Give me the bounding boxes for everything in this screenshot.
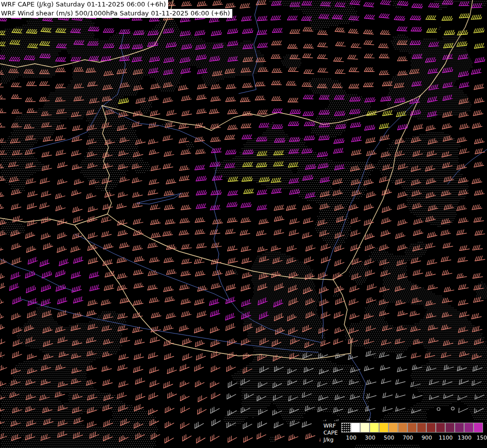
legend-label-line: J/kg bbox=[323, 437, 338, 444]
legend-tick-700: 700 bbox=[403, 435, 413, 441]
legend-swatch-6 bbox=[398, 423, 407, 433]
legend-tick-100: 100 bbox=[346, 435, 357, 441]
legend-swatch-4 bbox=[379, 423, 389, 433]
legend-tick-1100: 1100 bbox=[439, 435, 453, 441]
legend-swatch-1 bbox=[351, 423, 360, 433]
legend-swatch-9 bbox=[426, 423, 436, 433]
legend-swatch-5 bbox=[389, 423, 398, 433]
legend-swatch-11 bbox=[445, 423, 455, 433]
legend-tick-1500: 1500 bbox=[477, 435, 487, 441]
legend-swatch-12 bbox=[455, 423, 464, 433]
legend-swatch-13 bbox=[464, 423, 474, 433]
legend-swatch-14 bbox=[474, 423, 483, 433]
wind-barb-map-canvas bbox=[0, 0, 487, 448]
legend-tick-300: 300 bbox=[365, 435, 376, 441]
legend-tick-900: 900 bbox=[422, 435, 432, 441]
legend-swatch-row bbox=[341, 423, 483, 433]
wrf-weather-map-page: WRF CAPE (J/kg) Saturday 01-11-2025 06:0… bbox=[0, 0, 487, 448]
cape-color-legend: WRF CAPE J/kg 10030050070090011001300150… bbox=[320, 421, 486, 445]
legend-scale: 100300500700900110013001500 bbox=[341, 423, 483, 443]
map-title-wind-shear: WRF Wind shear (m/s) 500/1000hPa Saturda… bbox=[0, 9, 232, 18]
map-title-cape: WRF CAPE (J/kg) Saturday 01-11-2025 06:0… bbox=[0, 0, 168, 9]
legend-label-line: WRF bbox=[323, 423, 338, 430]
legend-swatch-3 bbox=[370, 423, 379, 433]
map-titles: WRF CAPE (J/kg) Saturday 01-11-2025 06:0… bbox=[0, 0, 232, 18]
legend-tick-1300: 1300 bbox=[458, 435, 472, 441]
legend-swatch-10 bbox=[436, 423, 445, 433]
legend-swatch-0 bbox=[341, 423, 351, 433]
legend-tick-row: 100300500700900110013001500 bbox=[341, 434, 483, 442]
legend-label-line: CAPE bbox=[323, 430, 338, 437]
legend-label: WRF CAPE J/kg bbox=[323, 423, 338, 444]
legend-swatch-7 bbox=[407, 423, 417, 433]
legend-swatch-8 bbox=[417, 423, 426, 433]
legend-tick-500: 500 bbox=[384, 435, 394, 441]
legend-swatch-2 bbox=[360, 423, 370, 433]
